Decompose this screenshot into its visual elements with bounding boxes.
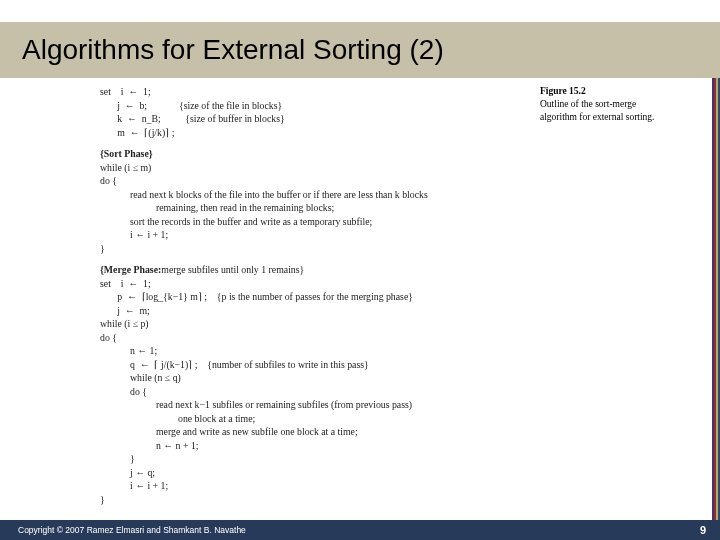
code: remaining, then read in the remaining bl… [156,201,660,215]
kw-set: set [100,85,111,99]
algorithm-listing: set i ← 1; j ← b; {size of the file in b… [100,85,660,506]
code: } [130,452,660,466]
code: j ← m; [117,304,150,318]
code: m ← ⌈(j/k)⌉ ; [117,126,174,140]
top-margin [0,0,720,22]
code: do { [100,174,660,188]
code: sort the records in the buffer and write… [130,215,660,229]
code: while (i ≤ p) [100,317,660,331]
code: n ← n + 1; [156,439,660,453]
code: } [100,242,660,256]
code: merge and write as new subfile one block… [156,425,660,439]
slide-title: Algorithms for External Sorting (2) [22,34,444,66]
figure-content: Figure 15.2 Outline of the sort-merge al… [100,85,660,503]
code: i ← i + 1; [130,228,660,242]
code: i ← 1; [121,277,151,291]
decor-stripes [712,78,720,540]
code: j ← q; [130,466,660,480]
kw-set: set [100,277,111,291]
code: read next k blocks of the file into the … [130,188,660,202]
code: n ← 1; [130,344,660,358]
code: i ← i + 1; [130,479,660,493]
code: } [100,493,660,507]
slide: Algorithms for External Sorting (2) Figu… [0,0,720,540]
comment: {p is the number of passes for the mergi… [217,290,413,304]
code: p ← ⌈log_{k−1} m⌉ ; [117,290,207,304]
figure-caption-text: Outline of the sort-merge algorithm for … [540,98,660,124]
code: while (i ≤ m) [100,161,660,175]
figure-label: Figure 15.2 [540,85,660,98]
page-number: 9 [700,524,706,536]
merge-phase-desc: merge subfiles until only 1 remains} [161,263,304,277]
code: i ← 1; [121,85,151,99]
comment: {size of the file in blocks} [179,99,282,113]
code: one block at a time; [178,412,660,426]
title-bar: Algorithms for External Sorting (2) [0,22,720,78]
code: k ← n_B; [117,112,161,126]
code: while (n ≤ q) [130,371,660,385]
figure-caption: Figure 15.2 Outline of the sort-merge al… [540,85,660,123]
code: do { [100,331,660,345]
code: q ← ⌈ j/(k−1)⌉ ; [130,358,197,372]
footer: Copyright © 2007 Ramez Elmasri and Shamk… [0,520,720,540]
comment: {size of buffer in blocks} [185,112,285,126]
sort-phase-label: {Sort Phase} [100,147,660,161]
code: j ← b; [117,99,147,113]
comment: {number of subfiles to write in this pas… [207,358,369,372]
code: do { [130,385,660,399]
copyright: Copyright © 2007 Ramez Elmasri and Shamk… [18,525,246,535]
code: read next k−1 subfiles or remaining subf… [156,398,660,412]
merge-phase-label: {Merge Phase: [100,263,161,277]
